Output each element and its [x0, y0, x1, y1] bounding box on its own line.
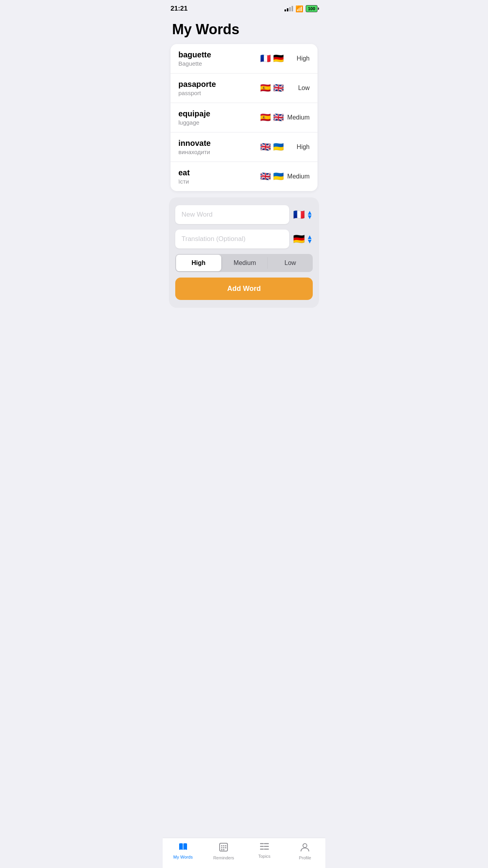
word-translation: їсти: [178, 178, 190, 185]
new-word-input[interactable]: [175, 205, 289, 224]
table-row[interactable]: baguette Baguette 🇫🇷 🇩🇪 High: [171, 44, 317, 74]
translation-row: 🇩🇪 ▲ ▼: [175, 230, 313, 248]
word-info: baguette Baguette: [178, 50, 211, 67]
word-info: equipaje luggage: [178, 109, 210, 126]
word-translation: винаходити: [178, 149, 211, 155]
word-main: baguette: [178, 50, 211, 59]
status-icons: 📶 100: [284, 5, 317, 13]
source-lang-flag: 🇫🇷: [293, 209, 305, 220]
source-lang-selector[interactable]: 🇫🇷 ▲ ▼: [293, 209, 313, 220]
word-info: eat їсти: [178, 168, 190, 185]
priority-btn-medium[interactable]: Medium: [222, 254, 268, 272]
status-time: 21:21: [171, 5, 187, 13]
word-meta: 🇬🇧 🇺🇦 Medium: [260, 172, 310, 181]
word-info: pasaporte passport: [178, 80, 216, 96]
page-title: My Words: [163, 15, 325, 44]
source-flag: 🇬🇧: [260, 172, 271, 181]
battery-indicator: 100: [306, 5, 317, 12]
source-lang-chevron: ▲ ▼: [306, 210, 313, 219]
table-row[interactable]: pasaporte passport 🇪🇸 🇬🇧 Low: [171, 74, 317, 103]
priority-btn-high[interactable]: High: [176, 255, 221, 271]
priority-selector: HighMediumLow: [175, 254, 313, 272]
word-meta: 🇪🇸 🇬🇧 Low: [260, 84, 310, 92]
word-translation: passport: [178, 90, 216, 96]
word-main: equipaje: [178, 109, 210, 118]
target-lang-selector[interactable]: 🇩🇪 ▲ ▼: [293, 234, 313, 245]
target-flag: 🇩🇪: [273, 54, 284, 63]
source-flag: 🇫🇷: [260, 54, 271, 63]
table-row[interactable]: innovate винаходити 🇬🇧 🇺🇦 High: [171, 132, 317, 162]
word-info: innovate винаходити: [178, 139, 211, 155]
word-main: innovate: [178, 139, 211, 148]
add-word-form: 🇫🇷 ▲ ▼ 🇩🇪 ▲ ▼ HighMediumLow Add Word: [169, 197, 319, 308]
words-list: baguette Baguette 🇫🇷 🇩🇪 High pasaporte p…: [171, 44, 317, 191]
target-flag: 🇬🇧: [273, 84, 284, 92]
signal-icon: [284, 6, 293, 11]
table-row[interactable]: equipaje luggage 🇪🇸 🇬🇧 Medium: [171, 103, 317, 132]
source-flag: 🇬🇧: [260, 143, 271, 151]
priority-btn-low[interactable]: Low: [268, 254, 313, 272]
table-row[interactable]: eat їсти 🇬🇧 🇺🇦 Medium: [171, 162, 317, 191]
priority-label: Low: [286, 85, 310, 92]
target-lang-flag: 🇩🇪: [293, 234, 305, 245]
word-main: eat: [178, 168, 190, 177]
target-flag: 🇺🇦: [273, 143, 284, 151]
wifi-icon: 📶: [295, 5, 303, 13]
word-main: pasaporte: [178, 80, 216, 89]
target-flag: 🇺🇦: [273, 172, 284, 181]
word-translation: Baguette: [178, 60, 211, 67]
priority-label: Medium: [286, 173, 310, 180]
word-translation: luggage: [178, 119, 210, 126]
add-word-button[interactable]: Add Word: [175, 278, 313, 300]
priority-label: Medium: [286, 114, 310, 121]
translation-input[interactable]: [175, 230, 289, 248]
target-lang-chevron: ▲ ▼: [306, 235, 313, 243]
word-meta: 🇪🇸 🇬🇧 Medium: [260, 113, 310, 122]
status-bar: 21:21 📶 100: [163, 0, 325, 15]
new-word-row: 🇫🇷 ▲ ▼: [175, 205, 313, 224]
word-meta: 🇫🇷 🇩🇪 High: [260, 54, 310, 63]
word-meta: 🇬🇧 🇺🇦 High: [260, 143, 310, 151]
priority-label: High: [286, 55, 310, 62]
source-flag: 🇪🇸: [260, 84, 271, 92]
priority-label: High: [286, 143, 310, 151]
target-flag: 🇬🇧: [273, 113, 284, 122]
source-flag: 🇪🇸: [260, 113, 271, 122]
